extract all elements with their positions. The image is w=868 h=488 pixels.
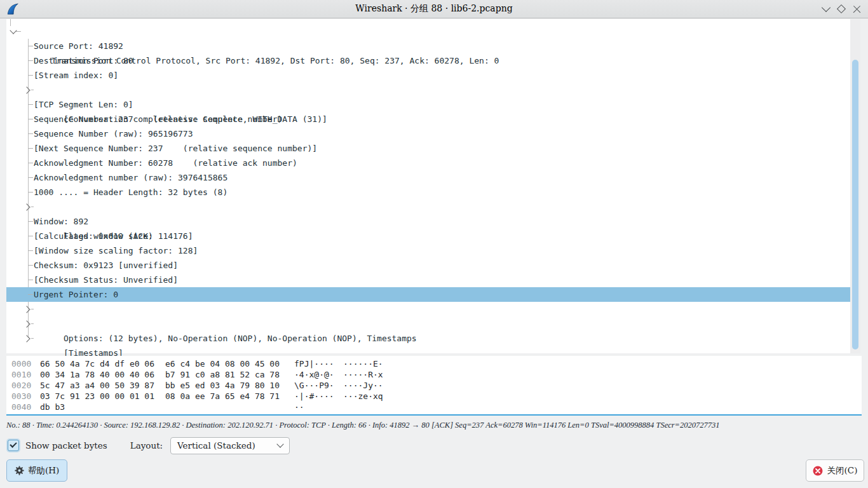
- title-bar: Wireshark · 分组 88 · lib6-2.pcapng: [0, 0, 868, 18]
- hex-row[interactable]: 0010 00 34 1a 78 40 00 40 06 b7 91 c0 a8…: [6, 369, 862, 380]
- layout-select[interactable]: Vertical (Stacked): [170, 437, 290, 454]
- tree-row-label: 1000 .... = Header Length: 32 bytes (8): [34, 187, 227, 197]
- expand-chevron-icon[interactable]: [22, 319, 32, 329]
- hex-offset: 0030: [11, 391, 31, 402]
- tree-row-label: [Next Sequence Number: 237 (relative seq…: [34, 144, 317, 153]
- close-icon: [853, 5, 861, 13]
- hex-row[interactable]: 0040 db b3 ··: [6, 402, 862, 412]
- scrollbar-thumb[interactable]: [852, 60, 858, 349]
- layout-label: Layout:: [130, 440, 163, 451]
- tree-row-stream-index[interactable]: [Stream index: 0]: [6, 68, 850, 83]
- packet-detail-tree: Transmission Control Protocol, Src Port:…: [6, 19, 850, 353]
- hex-ascii: \G···P9·: [294, 380, 334, 391]
- hex-bytes: b7 91 c0 a8 81 52 ca 78: [165, 369, 280, 380]
- hex-ascii: ··: [294, 402, 304, 412]
- hex-offset: 0010: [11, 369, 31, 380]
- tree-row-label: Urgent Pointer: 0: [34, 290, 118, 299]
- expand-chevron-icon[interactable]: [22, 334, 32, 343]
- tree-row-header-length[interactable]: 1000 .... = Header Length: 32 bytes (8): [6, 185, 850, 200]
- help-button-label: 帮助(H): [28, 465, 59, 477]
- tree-row-label: [Window size scaling factor: 128]: [34, 246, 198, 255]
- tree-row-label: Destination Port: 80: [34, 56, 133, 65]
- tree-row-label: Acknowledgment Number: 60278 (relative a…: [34, 158, 297, 168]
- help-button[interactable]: 帮助(H): [6, 459, 67, 482]
- tree-row-calculated-window-size[interactable]: [Calculated window size: 114176]: [6, 229, 850, 243]
- tree-row-label: [Checksum Status: Unverified]: [34, 275, 178, 285]
- hex-offset: 0040: [11, 402, 31, 412]
- chevron-down-icon: [276, 440, 283, 447]
- tree-row-timestamps[interactable]: [Timestamps]: [6, 316, 850, 331]
- tree-row-label: Window: 892: [34, 217, 88, 226]
- tree-row-source-port[interactable]: Source Port: 41892: [6, 39, 850, 53]
- tree-row-sequence-number[interactable]: Sequence Number: 237 (relative sequence …: [6, 112, 850, 126]
- tree-row-label: Acknowledgment number (raw): 3976415865: [34, 173, 227, 182]
- hex-offset: 0000: [11, 358, 31, 369]
- hex-ascii: ·4·x@·@·: [294, 369, 334, 380]
- tree-row-sequence-number-raw[interactable]: Sequence Number (raw): 965196773: [6, 126, 850, 141]
- tree-row-conversation-completeness[interactable]: [Conversation completeness: Complete, WI…: [6, 83, 850, 97]
- gear-icon: [15, 466, 24, 475]
- collapse-chevron-icon[interactable]: [8, 27, 18, 36]
- hex-bytes: 08 0a ee 7a 65 e4 78 71: [165, 391, 280, 402]
- dialog-controls: Show packet bytes Layout: Vertical (Stac…: [8, 436, 290, 455]
- tree-row-checksum-status[interactable]: [Checksum Status: Unverified]: [6, 273, 850, 287]
- tree-row-label: Sequence Number: 237 (relative sequence …: [34, 114, 282, 124]
- tree-row-ack-number-raw[interactable]: Acknowledgment number (raw): 3976415865: [6, 170, 850, 185]
- expand-chevron-icon[interactable]: [22, 85, 32, 95]
- tree-row-label: [Calculated window size: 114176]: [34, 231, 193, 241]
- tree-row-urgent-pointer-selected[interactable]: Urgent Pointer: 0: [6, 287, 850, 302]
- hex-ascii: ······E·: [343, 358, 383, 369]
- close-dialog-button[interactable]: 关闭(C): [806, 459, 864, 482]
- hex-row[interactable]: 0030 03 7c 91 23 00 00 01 01 08 0a ee 7a…: [6, 391, 862, 402]
- tree-row-seq-ack-analysis[interactable]: [SEQ/ACK analysis]: [6, 331, 850, 346]
- expand-chevron-icon[interactable]: [22, 304, 32, 314]
- hex-row[interactable]: 0020 5c 47 a3 a4 00 50 39 87 bb e5 ed 03…: [6, 380, 862, 391]
- tree-row-label: Sequence Number (raw): 965196773: [34, 129, 193, 139]
- diamond-icon: [837, 4, 846, 13]
- hex-ascii: fPJ|····: [294, 358, 334, 369]
- hex-ascii: ·····R·x: [343, 369, 383, 380]
- chevron-down-icon: [822, 3, 831, 12]
- close-button-label: 关闭(C): [827, 465, 858, 477]
- layout-selected-value: Vertical (Stacked): [177, 440, 255, 451]
- tree-row-window-scaling-factor[interactable]: [Window size scaling factor: 128]: [6, 243, 850, 258]
- show-packet-bytes-checkbox[interactable]: [8, 440, 19, 451]
- maximize-button[interactable]: [834, 1, 849, 17]
- tree-row-label: Source Port: 41892: [34, 41, 123, 51]
- tree-row-next-sequence-number[interactable]: [Next Sequence Number: 237 (relative seq…: [6, 141, 850, 156]
- tree-row-checksum[interactable]: Checksum: 0x9123 [unverified]: [6, 258, 850, 273]
- tree-scrollbar[interactable]: [850, 19, 860, 353]
- x-circle-icon: [813, 466, 823, 476]
- hex-ascii: ·|·#····: [294, 391, 334, 402]
- hex-bytes: 5c 47 a3 a4 00 50 39 87: [40, 380, 154, 391]
- hex-bytes: bb e5 ed 03 4a 79 80 10: [165, 380, 280, 391]
- tree-row-tcp[interactable]: Transmission Control Protocol, Src Port:…: [6, 24, 850, 39]
- window-controls: [818, 0, 864, 18]
- tree-row-options[interactable]: Options: (12 bytes), No-Operation (NOP),…: [6, 302, 850, 316]
- tree-row-segment-len[interactable]: [TCP Segment Len: 0]: [6, 97, 850, 112]
- close-window-button[interactable]: [849, 1, 864, 17]
- tree-row-window[interactable]: Window: 892: [6, 214, 850, 229]
- window-title: Wireshark · 分组 88 · lib6-2.pcapng: [0, 3, 868, 15]
- hex-bytes: e6 c4 be 04 08 00 45 00: [165, 358, 280, 369]
- hex-bytes: 66 50 4a 7c d4 df e0 06: [40, 358, 154, 369]
- tree-row-ack-number[interactable]: Acknowledgment Number: 60278 (relative a…: [6, 156, 850, 170]
- hex-bytes: 03 7c 91 23 00 00 01 01: [40, 391, 154, 402]
- checkmark-icon: [10, 440, 17, 447]
- hex-row[interactable]: 0000 66 50 4a 7c d4 df e0 06 e6 c4 be 04…: [6, 358, 862, 369]
- show-packet-bytes-label[interactable]: Show packet bytes: [25, 440, 107, 451]
- hex-bytes: 00 34 1a 78 40 00 40 06: [40, 369, 154, 380]
- packet-summary-line: No.: 88 · Time: 0.244264130 · Source: 19…: [6, 421, 864, 430]
- expand-chevron-icon[interactable]: [22, 202, 32, 212]
- hex-ascii: ···ze·xq: [343, 391, 383, 402]
- tree-row-label: [TCP Segment Len: 0]: [34, 100, 133, 109]
- hex-bytes: db b3: [40, 402, 65, 412]
- tree-row-flags[interactable]: Flags: 0x010 (ACK): [6, 200, 850, 214]
- tree-row-label: Checksum: 0x9123 [unverified]: [34, 261, 178, 270]
- hex-ascii: ····Jy··: [343, 380, 383, 391]
- tree-row-label: [Stream index: 0]: [34, 71, 118, 80]
- packet-bytes-pane: 0000 66 50 4a 7c d4 df e0 06 e6 c4 be 04…: [6, 356, 862, 416]
- tree-row-destination-port[interactable]: Destination Port: 80: [6, 53, 850, 68]
- minimize-button[interactable]: [818, 1, 834, 17]
- wireshark-logo-icon: [6, 2, 20, 16]
